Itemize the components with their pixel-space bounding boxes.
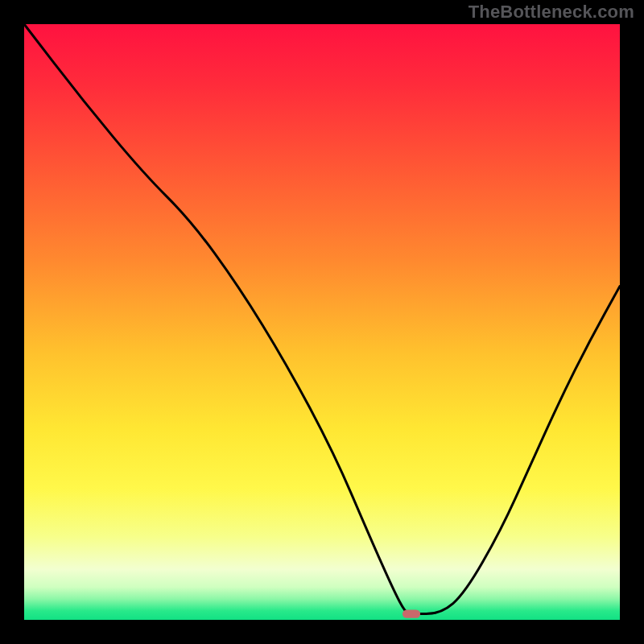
optimal-marker <box>402 609 420 617</box>
plot-background <box>24 24 620 620</box>
chart-frame <box>0 0 644 644</box>
attribution-text: TheBottleneck.com <box>469 2 634 23</box>
chart-svg <box>0 0 644 644</box>
